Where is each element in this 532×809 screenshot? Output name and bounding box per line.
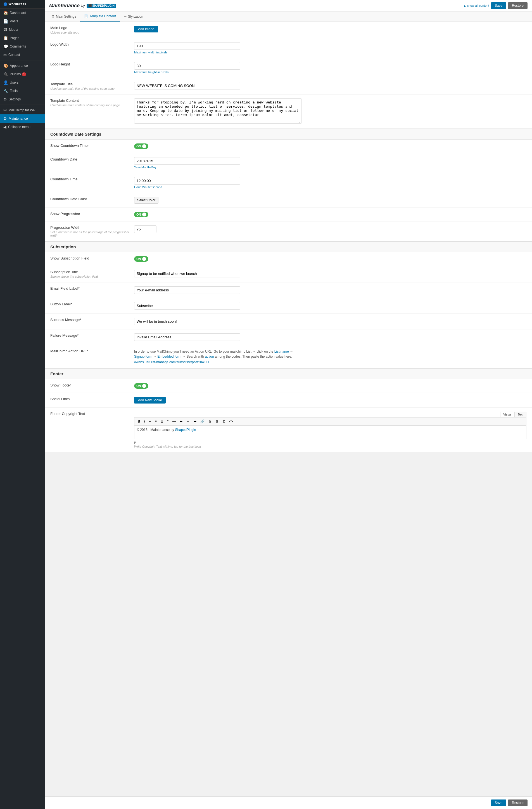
- template-title-input[interactable]: [134, 82, 240, 89]
- show-progressbar-row: Show Progressbar ON: [45, 208, 532, 222]
- sidebar-item-contact[interactable]: ✉ Contact: [0, 51, 45, 59]
- show-all-link[interactable]: ▲ show all content: [463, 4, 489, 7]
- show-footer-label: Show Footer: [50, 383, 134, 387]
- show-countdown-toggle[interactable]: ON: [134, 143, 148, 149]
- add-image-button[interactable]: Add Image: [134, 26, 158, 32]
- template-title-label-col: Template Title Used as the main title of…: [50, 82, 134, 90]
- mailchimp-signup-link[interactable]: Signup form: [134, 355, 152, 359]
- failure-message-input[interactable]: [134, 333, 240, 341]
- show-progressbar-toggle[interactable]: ON: [134, 212, 148, 217]
- logo-height-input-col: Maximum height in pixels.: [134, 62, 527, 74]
- subscription-title-input[interactable]: [134, 270, 240, 277]
- logo-height-input[interactable]: [134, 62, 240, 70]
- show-footer-toggle[interactable]: ON: [134, 383, 148, 389]
- show-footer-row: Show Footer ON: [45, 379, 532, 393]
- email-field-label-row: Email Field Label*: [45, 282, 532, 298]
- sidebar-item-comments[interactable]: 💬 Comments: [0, 42, 45, 51]
- countdown-date-input[interactable]: [134, 157, 240, 165]
- appearance-icon: 🎨: [3, 64, 8, 68]
- sidebar-item-settings[interactable]: ⚙ Settings: [0, 95, 45, 103]
- mailchimp-action-link[interactable]: action: [205, 355, 214, 359]
- editor-tab-text[interactable]: Text: [515, 412, 527, 417]
- editor-remove[interactable]: ⊠: [221, 419, 227, 424]
- footer-copyright-row: Footer Copyright Text Visual Text B I – …: [45, 408, 532, 452]
- sidebar-item-mailchimp[interactable]: ✉ MailChimp for WP: [0, 106, 45, 114]
- editor-align-center[interactable]: ↔: [185, 419, 191, 424]
- save-button-top[interactable]: Save: [491, 2, 506, 9]
- main-logo-row: Main Logo Upload your site logo Add Imag…: [45, 22, 532, 38]
- editor-link[interactable]: 🔗: [199, 419, 206, 424]
- template-content-label-col: Template Content Used as the main conten…: [50, 99, 134, 107]
- mailchimp-list-link[interactable]: List name: [274, 349, 289, 354]
- sidebar-item-appearance[interactable]: 🎨 Appearance: [0, 62, 45, 70]
- editor-ol[interactable]: ≣: [159, 419, 165, 424]
- editor-ul[interactable]: ≡: [153, 419, 158, 424]
- editor-bold[interactable]: B: [136, 419, 142, 424]
- template-content-textarea[interactable]: Thanks for stopping by. I'm working hard…: [134, 99, 302, 124]
- subscription-title-hint: Shown above the subscription field: [50, 275, 134, 278]
- countdown-date-input-col: Year-Month-Day.: [134, 157, 527, 169]
- success-message-input[interactable]: [134, 318, 240, 325]
- button-label-input[interactable]: [134, 302, 240, 310]
- mailchimp-url-label-col: MailChimp Action URL*: [50, 349, 134, 353]
- restore-button-bottom[interactable]: Restore: [508, 799, 528, 806]
- editor-insert[interactable]: ⊞: [214, 419, 220, 424]
- sidebar-item-maintenance[interactable]: ⚙ Maintenance: [0, 114, 45, 123]
- editor-align-left[interactable]: ⬅: [178, 419, 184, 424]
- sidebar: 🔵 WordPress 🏠 Dashboard 📄 Posts 🖼 Media …: [0, 0, 45, 809]
- editor-align-right[interactable]: ➡: [192, 419, 198, 424]
- show-progressbar-input-col: ON: [134, 212, 527, 217]
- sidebar-item-media[interactable]: 🖼 Media: [0, 25, 45, 34]
- media-icon: 🖼: [3, 28, 7, 32]
- email-field-label-col: Email Field Label*: [50, 286, 134, 291]
- restore-button-top[interactable]: Restore: [508, 2, 528, 9]
- show-subscription-toggle[interactable]: ON: [134, 256, 148, 262]
- countdown-time-label: Countdown Time: [50, 177, 134, 181]
- button-label-label-col: Button Label*: [50, 302, 134, 306]
- sidebar-item-plugins[interactable]: 🔌 Plugins 1: [0, 70, 45, 78]
- mailchimp-embedded-link[interactable]: Embedded form: [157, 355, 181, 359]
- template-title-row: Template Title Used as the main title of…: [45, 78, 532, 94]
- editor-italic[interactable]: I: [142, 419, 147, 424]
- social-links-label: Social Links: [50, 397, 134, 401]
- topbar-title: Maintenance by ⬛ SHAPEDPLUGIN: [49, 3, 116, 9]
- contact-icon: ✉: [3, 53, 7, 57]
- success-message-input-col: [134, 318, 527, 325]
- subnav-template-content[interactable]: 📄 Template Content: [80, 12, 120, 21]
- template-content-hint: Used as the main content of the coming-s…: [50, 103, 134, 107]
- success-message-label: Success Message*: [50, 318, 134, 322]
- countdown-time-input[interactable]: [134, 177, 240, 185]
- sidebar-item-collapse[interactable]: ◀ Collapse menu: [0, 123, 45, 131]
- sidebar-item-pages[interactable]: 📋 Pages: [0, 34, 45, 42]
- editor-unlink[interactable]: ⛓: [207, 419, 213, 424]
- failure-message-label-col: Failure Message*: [50, 333, 134, 338]
- content-area: Main Logo Upload your site logo Add Imag…: [45, 22, 532, 796]
- failure-message-row: Failure Message*: [45, 329, 532, 345]
- sidebar-item-dashboard[interactable]: 🏠 Dashboard: [0, 9, 45, 17]
- editor-code[interactable]: <>: [227, 419, 235, 424]
- template-content-row: Template Content Used as the main conten…: [45, 94, 532, 128]
- show-countdown-label: Show Countdown Timer: [50, 143, 134, 148]
- sidebar-item-users[interactable]: 👤 Users: [0, 78, 45, 87]
- email-field-input[interactable]: [134, 286, 240, 294]
- sidebar-item-posts[interactable]: 📄 Posts: [0, 17, 45, 25]
- editor-tab-visual[interactable]: Visual: [500, 412, 515, 417]
- sidebar-item-tools[interactable]: 🔧 Tools: [0, 87, 45, 95]
- toggle-knob-2: [142, 212, 146, 217]
- editor-blockquote[interactable]: ": [166, 419, 170, 424]
- add-new-social-button[interactable]: Add New Social: [134, 397, 166, 403]
- progressbar-width-input[interactable]: [134, 225, 157, 233]
- save-button-bottom[interactable]: Save: [491, 799, 506, 806]
- editor-hr[interactable]: —: [171, 419, 177, 424]
- logo-width-input[interactable]: [134, 42, 240, 50]
- subnav-main-settings[interactable]: ⚙ Main Settings: [48, 12, 80, 21]
- editor-strikethrough[interactable]: –: [147, 419, 153, 424]
- countdown-time-label-col: Countdown Time: [50, 177, 134, 181]
- select-color-button[interactable]: Select Color: [134, 197, 158, 204]
- editor-content-area[interactable]: © 2016 - Maintenance by ShapedPlugin: [134, 425, 527, 439]
- shapedplugin-link[interactable]: ShapedPlugin: [175, 428, 196, 432]
- toggle-on-label-2: ON: [136, 213, 141, 216]
- subnav-stylization[interactable]: ✏ Stylization: [120, 12, 147, 21]
- subnav: ⚙ Main Settings 📄 Template Content ✏ Sty…: [45, 12, 532, 22]
- subscription-title-input-col: [134, 270, 527, 277]
